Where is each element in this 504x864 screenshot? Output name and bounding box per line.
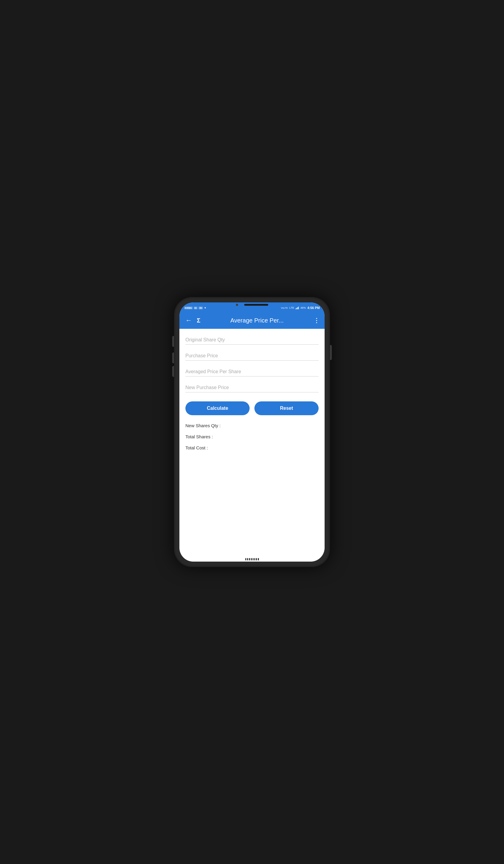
signal-bar-2 xyxy=(296,308,297,309)
speaker-grille-top xyxy=(244,304,268,306)
sigma-icon: Σ xyxy=(197,317,200,324)
calculate-button[interactable]: Calculate xyxy=(185,401,250,415)
total-cost-result: Total Cost : xyxy=(185,445,319,451)
new-shares-qty-result: New Shares Qty : xyxy=(185,422,319,429)
reset-button[interactable]: Reset xyxy=(254,401,319,415)
averaged-price-input[interactable] xyxy=(185,367,319,376)
status-badge-kb: 0 KB/s xyxy=(184,307,193,309)
camera-lens xyxy=(236,304,238,306)
signal-bar-1 xyxy=(296,309,296,309)
app-bar: ← Σ Average Price Per... ⋮ xyxy=(179,312,325,329)
status-time: 4:56 PM xyxy=(307,306,320,310)
new-purchase-price-group xyxy=(185,383,319,392)
status-badge-3h: 3h xyxy=(199,307,203,309)
buttons-row: Calculate Reset xyxy=(185,401,319,415)
status-left: 0 KB/s m 3h xyxy=(184,307,206,309)
status-dot xyxy=(205,307,206,309)
new-purchase-price-input[interactable] xyxy=(185,383,319,392)
network-type: LTE xyxy=(289,306,294,309)
signal-bar-4 xyxy=(298,307,299,309)
main-content: Calculate Reset New Shares Qty : Total S… xyxy=(179,329,325,562)
original-share-qty-group xyxy=(185,335,319,345)
signal-bars xyxy=(296,306,299,309)
battery-percentage: 46% xyxy=(300,306,306,309)
status-badge-m: m xyxy=(194,307,197,309)
phone-screen: 0 KB/s m 3h VoLTE LTE 46% 4:56 PM xyxy=(179,302,325,562)
back-button[interactable]: ← xyxy=(184,315,193,325)
phone-frame: 0 KB/s m 3h VoLTE LTE 46% 4:56 PM xyxy=(174,297,330,567)
app-title: Average Price Per... xyxy=(204,317,310,324)
averaged-price-group xyxy=(185,367,319,376)
menu-button[interactable]: ⋮ xyxy=(313,317,320,324)
total-shares-result: Total Shares : xyxy=(185,433,319,440)
speaker-bottom xyxy=(234,558,270,560)
app-screen: 0 KB/s m 3h VoLTE LTE 46% 4:56 PM xyxy=(179,302,325,562)
status-right: VoLTE LTE 46% 4:56 PM xyxy=(281,306,320,310)
signal-bar-3 xyxy=(297,307,298,309)
original-share-qty-input[interactable] xyxy=(185,335,319,345)
network-lte: VoLTE xyxy=(281,307,288,309)
camera-area xyxy=(236,304,268,306)
purchase-price-input[interactable] xyxy=(185,351,319,361)
purchase-price-group xyxy=(185,351,319,361)
